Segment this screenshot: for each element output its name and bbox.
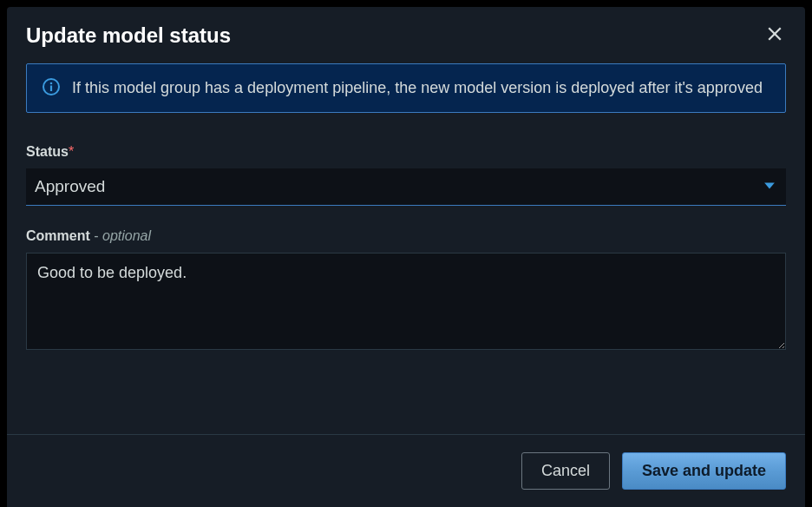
status-label-text: Status [26,144,69,159]
svg-rect-4 [50,86,52,92]
status-select-wrap: Approved [26,168,786,206]
comment-label-separator: - [90,228,102,243]
svg-point-3 [50,82,53,85]
cancel-button[interactable]: Cancel [521,452,610,490]
save-and-update-button[interactable]: Save and update [622,452,786,490]
comment-field-group: Comment - optional Good to be deployed. [26,228,786,353]
info-icon [43,78,60,99]
comment-textarea[interactable]: Good to be deployed. [26,253,786,350]
modal-footer: Cancel Save and update [7,434,805,507]
modal-title: Update model status [26,23,231,48]
required-asterisk: * [69,144,74,159]
comment-optional-text: optional [102,228,151,243]
close-button[interactable] [763,23,786,48]
status-select[interactable]: Approved [26,168,786,206]
status-field-group: Status* Approved [26,144,786,206]
info-banner: If this model group has a deployment pip… [26,63,786,113]
update-model-status-modal: Update model status If this model group … [7,7,805,507]
modal-body: If this model group has a deployment pip… [7,63,805,434]
modal-header: Update model status [7,7,805,63]
info-message: If this model group has a deployment pip… [72,76,763,100]
comment-label-text: Comment [26,228,90,243]
close-icon [767,26,783,44]
comment-label: Comment - optional [26,228,786,244]
status-label: Status* [26,144,786,160]
